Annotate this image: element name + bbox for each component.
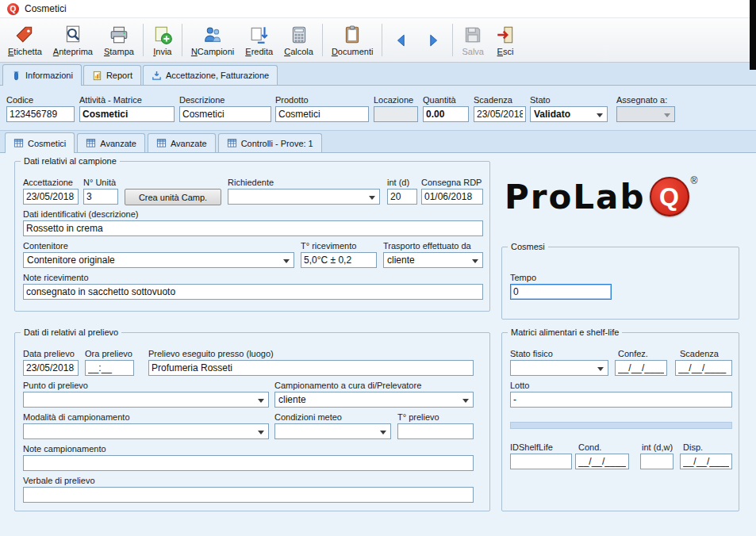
locazione-input[interactable] [374,106,418,122]
sub-tab-bar: Cosmetici Avanzate Avanzate Controlli - … [0,131,756,153]
subtab-cosmetici[interactable]: Cosmetici [5,132,75,153]
accettazione-input[interactable] [23,189,79,205]
save-floppy-icon [462,24,483,45]
subtab-avanzate-1[interactable]: Avanzate [77,133,145,152]
subtab-cosmetici-label: Cosmetici [28,139,66,148]
esci-button[interactable]: Esci [489,20,521,60]
invia-button[interactable]: Invia [147,20,178,60]
tab-accettazione-fatturazione[interactable]: Accettazione, Fatturazione [143,65,278,85]
cond-label: Cond. [578,442,601,452]
matrici-scadenza-label: Scadenza [680,349,719,358]
quantita-input[interactable] [423,106,469,122]
salva-button[interactable]: Salva [456,20,489,60]
note-ricevimento-input[interactable] [23,284,483,300]
codice-input[interactable] [6,106,75,122]
ncampioni-button[interactable]: NCampioni [186,20,240,60]
tab-report[interactable]: Report [83,65,141,85]
condizioni-meteo-select[interactable] [274,423,391,439]
prolabq-q-icon: Q [650,177,689,216]
toolbar-separator [452,24,453,56]
stato-fisico-select[interactable] [510,360,608,376]
confez-label: Confez. [618,349,648,358]
nav-forward-button[interactable] [417,20,449,60]
tempo-input[interactable] [510,284,612,300]
scadenza-label: Scadenza [474,95,512,105]
idshelflife-label: IDShelfLife [510,442,553,452]
toolbar-separator [322,24,323,56]
chevron-down-icon [597,113,603,117]
documenti-button[interactable]: Documenti [326,20,379,60]
tab-informazioni-label: Informazioni [25,71,73,80]
quantita-label: Quantità [423,95,456,105]
modalita-campionamento-select[interactable] [23,423,269,439]
consegna-rdp-input[interactable] [421,189,483,205]
attivita-matrice-input[interactable] [79,106,175,122]
campionamento-cura-select[interactable]: cliente [274,392,474,408]
scadenza-input[interactable] [474,106,526,122]
grid-table-icon [13,138,24,148]
stato-select[interactable]: Validato [530,106,608,122]
tab-page-cosmetici: Dati relativi al campione Accettazione N… [0,153,756,536]
cond-input[interactable] [575,454,629,469]
chevron-down-icon [462,399,469,403]
trasporto-label: Trasporto effettuato da [383,241,471,251]
n-unita-label: N° Unità [83,178,116,187]
prelievo-presso-input[interactable] [148,360,474,376]
prodotto-input[interactable] [275,106,369,122]
prolab-logo-text: ProLab [505,178,646,216]
trasporto-value: cliente [387,255,415,266]
t-prelievo-input[interactable] [397,423,474,439]
exit-door-icon [495,24,516,45]
confez-input[interactable] [615,360,667,376]
group-cosmesi-title: Cosmesi [508,242,548,251]
grid-table-icon [156,138,167,148]
trasporto-select[interactable]: cliente [383,252,483,268]
int-dw-label: int (d,w) [642,442,673,452]
data-prelievo-label: Data prelievo [23,349,75,358]
int-d-input[interactable] [387,189,417,205]
nav-back-button[interactable] [386,20,417,60]
richiedente-select[interactable] [228,189,380,205]
calcola-button[interactable]: Calcola [278,20,319,60]
data-prelievo-input[interactable] [23,360,79,376]
richiedente-label: Richiedente [228,178,274,187]
punto-prelievo-label: Punto di prelievo [23,381,88,390]
matrici-scadenza-input[interactable] [675,360,732,376]
idshelflife-input[interactable] [510,454,572,469]
anteprima-button[interactable]: Anteprima [48,20,98,60]
contenitore-label: Contenitore [23,241,68,251]
subtab-controlli-prove[interactable]: Controlli - Prove: 1 [218,133,322,152]
descrizione-input[interactable] [179,106,271,122]
n-unita-input[interactable] [83,189,118,205]
label-tag-icon [14,24,35,45]
t-ricevimento-input[interactable] [301,252,377,268]
verbale-prelievo-input[interactable] [23,487,474,503]
etichetta-button[interactable]: Etichetta [2,20,48,60]
dati-identificativi-input[interactable] [23,220,483,236]
note-campionamento-input[interactable] [23,455,474,471]
group-dati-prelievo: Dati di relativi al prelievo Data prelie… [14,332,490,511]
punto-prelievo-select[interactable] [23,392,269,408]
record-header-panel: Codice Attività - Matrice Descrizione Pr… [0,86,756,131]
anteprima-label: Anteprima [53,47,93,56]
disp-input[interactable] [680,454,732,469]
stampa-button[interactable]: Stampa [98,20,140,60]
crea-unita-camp-button[interactable]: Crea unità Camp. [125,189,221,205]
lotto-label: Lotto [510,381,529,390]
contenitore-select[interactable]: Contenitore originale [23,252,294,268]
attivita-matrice-label: Attività - Matrice [79,95,142,105]
codice-label: Codice [6,95,33,105]
ora-prelievo-input[interactable] [85,360,134,376]
int-dw-input[interactable] [640,454,673,469]
ora-prelievo-label: Ora prelievo [85,349,132,358]
inherit-arrows-icon [249,24,270,45]
tab-informazioni[interactable]: Informazioni [2,64,82,86]
grid-table-icon [227,138,237,148]
assegnato-select[interactable] [616,106,675,122]
prelievo-presso-label: Prelievo eseguito presso (luogo) [148,349,274,358]
lotto-input[interactable] [510,392,732,408]
subtab-avanzate-2[interactable]: Avanzate [148,133,216,152]
group-matrici-shelf-life: Matrici alimentari e shelf-life Stato fi… [501,332,739,511]
int-d-label: int (d) [387,178,409,187]
eredita-button[interactable]: Eredita [240,20,278,60]
